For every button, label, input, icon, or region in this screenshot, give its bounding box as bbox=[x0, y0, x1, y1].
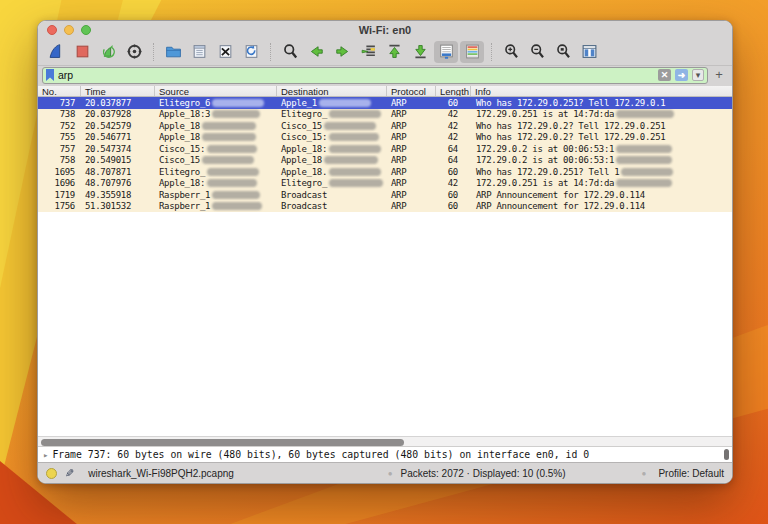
horizontal-scrollbar[interactable] bbox=[38, 436, 732, 447]
display-filter-input[interactable]: arp ✕ ➜ ▾ bbox=[42, 67, 708, 84]
reload-file-icon[interactable] bbox=[239, 41, 263, 63]
previous-packet-icon[interactable] bbox=[304, 41, 328, 63]
packet-list-header: No. Time Source Destination Protocol Len… bbox=[38, 86, 732, 97]
column-header-protocol[interactable]: Protocol bbox=[387, 86, 436, 96]
save-file-icon[interactable] bbox=[187, 41, 211, 63]
column-header-source[interactable]: Source bbox=[155, 86, 277, 96]
cell-length: 42 bbox=[436, 132, 471, 144]
cell-protocol: ARP bbox=[387, 155, 436, 167]
cell-info: Who has 172.29.0.2? Tell 172.29.0.251 bbox=[471, 120, 732, 132]
redacted-text bbox=[616, 110, 674, 118]
packet-row[interactable]: 75720.547374Cisco_15:Apple_18:ARP64172.2… bbox=[38, 143, 732, 155]
disclosure-triangle-icon[interactable]: ▸ bbox=[43, 450, 48, 460]
redacted-text bbox=[616, 179, 672, 187]
close-file-icon[interactable] bbox=[213, 41, 237, 63]
packet-row[interactable]: 169548.707871Elitegro_Apple_18.ARP60Who … bbox=[38, 166, 732, 178]
filter-bookmark-icon[interactable] bbox=[46, 69, 54, 81]
main-toolbar bbox=[38, 38, 732, 65]
packet-row[interactable]: 73820.037928Apple_18:3Elitegro_ARP42172.… bbox=[38, 109, 732, 121]
colorize-icon[interactable] bbox=[460, 41, 484, 63]
add-filter-button[interactable]: + bbox=[712, 68, 726, 82]
autoscroll-icon[interactable] bbox=[434, 41, 458, 63]
redacted-text bbox=[202, 156, 254, 164]
status-separator-dot: ● bbox=[642, 469, 647, 478]
cell-no: 752 bbox=[38, 120, 81, 132]
find-packet-icon[interactable] bbox=[278, 41, 302, 63]
cell-no: 737 bbox=[38, 97, 81, 109]
horizontal-scrollbar-thumb[interactable] bbox=[41, 439, 404, 446]
packet-row[interactable]: 175651.301532Raspberr_1BroadcastARP60ARP… bbox=[38, 201, 732, 213]
packets-summary: Packets: 2072 · Displayed: 10 (0.5%) bbox=[400, 468, 565, 479]
cell-info: Who has 172.29.0.251? Tell 172.29.0.1 bbox=[471, 97, 732, 109]
capture-comment-icon[interactable]: ✎ bbox=[65, 467, 74, 480]
packet-row[interactable]: 73720.037877Elitegro_6Apple_1ARP60Who ha… bbox=[38, 97, 732, 109]
redacted-text bbox=[207, 145, 257, 153]
redacted-text bbox=[616, 145, 672, 153]
toolbar-separator bbox=[270, 43, 271, 61]
cell-time: 20.037928 bbox=[81, 109, 155, 121]
cell-no: 738 bbox=[38, 109, 81, 121]
cell-length: 60 bbox=[436, 201, 471, 213]
packet-detail-line[interactable]: ▸ Frame 737: 60 bytes on wire (480 bits)… bbox=[38, 447, 732, 462]
zoom-reset-icon[interactable] bbox=[551, 41, 575, 63]
cell-no: 755 bbox=[38, 132, 81, 144]
cell-no: 1695 bbox=[38, 166, 81, 178]
redacted-text bbox=[207, 168, 259, 176]
cell-source: Apple_18:3 bbox=[155, 109, 277, 121]
restart-capture-icon[interactable] bbox=[96, 41, 120, 63]
filter-value[interactable]: arp bbox=[58, 69, 654, 81]
packet-list: 73720.037877Elitegro_6Apple_1ARP60Who ha… bbox=[38, 97, 732, 436]
resize-columns-icon[interactable] bbox=[577, 41, 601, 63]
redacted-text bbox=[324, 156, 378, 164]
next-packet-icon[interactable] bbox=[330, 41, 354, 63]
zoom-in-icon[interactable] bbox=[499, 41, 523, 63]
cell-destination: Apple_18 bbox=[277, 155, 387, 167]
cell-source: Apple_18 bbox=[155, 120, 277, 132]
open-file-icon[interactable] bbox=[161, 41, 185, 63]
cell-destination: Broadcast bbox=[277, 201, 387, 213]
last-packet-icon[interactable] bbox=[408, 41, 432, 63]
capture-options-icon[interactable] bbox=[122, 41, 146, 63]
column-header-destination[interactable]: Destination bbox=[277, 86, 387, 96]
packet-row[interactable]: 171949.355918Raspberr_1BroadcastARP60ARP… bbox=[38, 189, 732, 201]
cell-length: 60 bbox=[436, 97, 471, 109]
first-packet-icon[interactable] bbox=[382, 41, 406, 63]
redacted-text bbox=[319, 99, 371, 107]
cell-source: Elitegro_6 bbox=[155, 97, 277, 109]
filter-apply-icon[interactable]: ➜ bbox=[675, 69, 688, 81]
goto-packet-icon[interactable] bbox=[356, 41, 380, 63]
redacted-text bbox=[202, 122, 256, 130]
zoom-out-icon[interactable] bbox=[525, 41, 549, 63]
filter-dropdown-icon[interactable]: ▾ bbox=[692, 69, 704, 81]
cell-protocol: ARP bbox=[387, 178, 436, 190]
cell-no: 1719 bbox=[38, 189, 81, 201]
filter-clear-icon[interactable]: ✕ bbox=[658, 69, 671, 81]
column-header-time[interactable]: Time bbox=[81, 86, 155, 96]
detail-scrollbar-thumb[interactable] bbox=[724, 449, 729, 460]
cell-no: 1696 bbox=[38, 178, 81, 190]
cell-info: 172.29.0.2 is at 00:06:53:1 bbox=[471, 155, 732, 167]
packet-row[interactable]: 75220.542579Apple_18Cisco_15ARP42Who has… bbox=[38, 120, 732, 132]
cell-time: 20.549015 bbox=[81, 155, 155, 167]
column-header-no[interactable]: No. bbox=[38, 86, 81, 96]
cell-info: 172.29.0.2 is at 00:06:53:1 bbox=[471, 143, 732, 155]
profile-label[interactable]: Profile: Default bbox=[658, 468, 724, 479]
cell-info: ARP Announcement for 172.29.0.114 bbox=[471, 201, 732, 213]
wireshark-start-capture-icon[interactable] bbox=[44, 41, 68, 63]
packet-row[interactable]: 75520.546771Apple_18Cisco_15:ARP42Who ha… bbox=[38, 132, 732, 144]
expert-info-icon[interactable] bbox=[46, 468, 57, 479]
stop-capture-icon[interactable] bbox=[70, 41, 94, 63]
packet-row[interactable]: 169648.707976Apple_18:Elitegro_ARP42172.… bbox=[38, 178, 732, 190]
packet-row[interactable]: 75820.549015Cisco_15Apple_18ARP64172.29.… bbox=[38, 155, 732, 167]
column-header-info[interactable]: Info bbox=[471, 86, 732, 96]
cell-protocol: ARP bbox=[387, 109, 436, 121]
column-header-length[interactable]: Length bbox=[436, 86, 471, 96]
cell-info: Who has 172.29.0.251? Tell 1 bbox=[471, 166, 732, 178]
toolbar-separator bbox=[153, 43, 154, 61]
cell-protocol: ARP bbox=[387, 97, 436, 109]
cell-length: 64 bbox=[436, 143, 471, 155]
cell-source: Raspberr_1 bbox=[155, 201, 277, 213]
redacted-text bbox=[324, 122, 376, 130]
cell-protocol: ARP bbox=[387, 132, 436, 144]
redacted-text bbox=[212, 99, 264, 107]
